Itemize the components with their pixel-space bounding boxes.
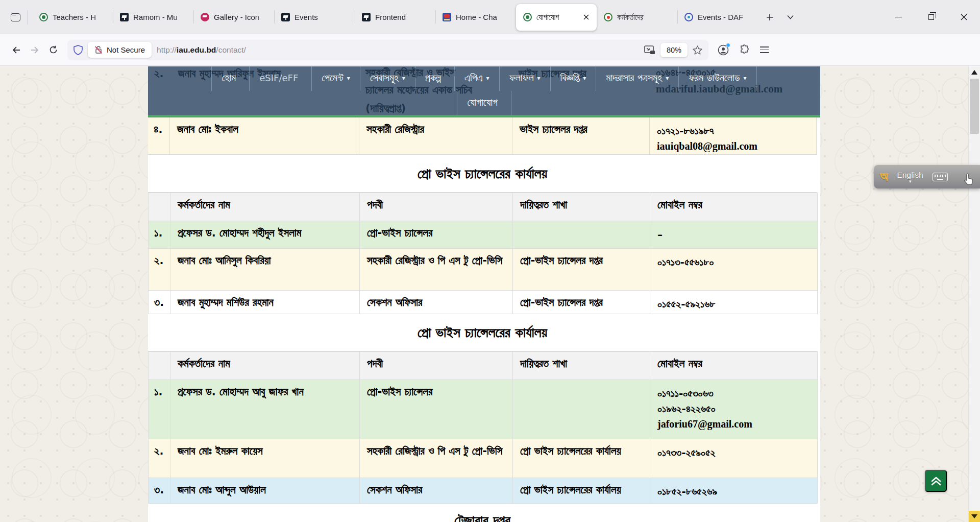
nav-item-payment[interactable]: পেমেন্ট▾ <box>312 66 360 91</box>
university-emblem-green-icon <box>39 13 48 21</box>
contacts-table-2: কর্মকর্তাদের নাম পদবী দায়িত্বরত শাখা মো… <box>148 351 818 504</box>
nav-item-esif[interactable]: eSIF/eFF <box>250 66 312 91</box>
cell-position: প্রো-ভাইস চ্যান্সেলর <box>360 221 513 249</box>
section-heading-band: প্রো ভাইস চ্যান্সেলরের কার্যালয় <box>148 155 817 193</box>
tab-label: Teachers - H <box>53 13 108 21</box>
cell-name: জনাব মুহাম্মদ মশিউর রহমান <box>170 291 360 314</box>
list-all-tabs-button[interactable] <box>781 9 799 26</box>
scroll-to-top-button[interactable] <box>925 470 947 492</box>
cell-serial: ১. <box>149 380 170 439</box>
menu-button[interactable] <box>760 46 769 53</box>
minimize-button[interactable] <box>882 0 915 34</box>
cell-branch <box>513 221 650 249</box>
email-text: iauiqbal08@gmail.com <box>657 138 809 154</box>
cell-mobile: ০১৭৩৩-২৫৯০৫২ <box>650 439 817 478</box>
section-title: ট্রেজারার দপ্তর <box>148 512 817 522</box>
extensions-puzzle-icon[interactable] <box>739 44 750 55</box>
tab-close-icon[interactable] <box>580 12 592 23</box>
email-text: jaforiu67@gmail.com <box>657 416 810 432</box>
vertical-scrollbar[interactable] <box>968 66 980 522</box>
tab-frontend[interactable]: Frontend <box>355 0 435 34</box>
cell-position: সেকশন অফিসার <box>360 291 513 314</box>
college-emblem-multicolor-icon <box>443 13 451 21</box>
restore-icon <box>928 14 934 20</box>
bookmark-star-icon[interactable] <box>693 45 702 55</box>
nav-item-home[interactable]: হোম <box>211 66 250 91</box>
nav-item-projects[interactable]: প্রকল্প <box>415 66 455 91</box>
forward-icon <box>30 46 39 54</box>
nav-item-services[interactable]: সেবাসমূহ▾ <box>360 66 415 91</box>
cell-position: সহকারী রেজিস্ট্রার ও পি এস টু প্রো-ভিসি <box>360 249 513 291</box>
tab-label: যোগাযোগ <box>536 13 576 22</box>
cell-branch: প্রো-ভাইস চ্যান্সেলর দপ্তর <box>513 291 650 314</box>
cell-serial: ২. <box>149 439 170 478</box>
table-row: ২. জনাব মোঃ ইমরুল কায়েস সহকারী রেজিস্ট্… <box>149 439 817 478</box>
tab-ramom[interactable]: Ramom - Mu <box>113 0 193 34</box>
keyboard-icon[interactable] <box>933 173 948 181</box>
column-header-position: পদবী <box>360 352 513 380</box>
chevron-down-icon: ▾ <box>666 75 669 82</box>
firefox-view-button[interactable] <box>5 7 26 28</box>
nav-item-notices[interactable]: বিজ্ঞপ্তি▾ <box>551 66 597 91</box>
language-select[interactable]: English ▾ <box>897 171 923 183</box>
tab-teachers[interactable]: Teachers - H <box>32 0 113 34</box>
cell-name: জনাব মোঃ ইকবাল <box>170 117 359 154</box>
tab-label: Events <box>295 13 350 21</box>
university-emblem-green-icon <box>523 13 532 21</box>
graduation-cap-navy-icon <box>281 13 290 21</box>
security-badge[interactable]: Not Secure <box>88 42 152 58</box>
column-header-position: পদবী <box>360 193 513 221</box>
nav-item-contact[interactable]: যোগাযোগ <box>457 91 511 115</box>
forward-button[interactable] <box>26 41 44 59</box>
double-chevron-up-icon <box>930 476 942 486</box>
section-title: প্রো ভাইস চ্যান্সেলরের কার্যালয় <box>148 314 817 351</box>
graduation-cap-navy-icon <box>120 13 129 21</box>
tab-events[interactable]: Events <box>274 0 355 34</box>
tab-label: Home - Cha <box>456 13 511 21</box>
cell-name: প্রফেসর ড. মোহাম্মদ আবু জাফর খান <box>170 380 360 439</box>
tab-label: Ramom - Mu <box>133 13 188 21</box>
nav-item-madrasah-letters[interactable]: মাদরাসার পত্রসমূহ▾ <box>596 66 679 91</box>
govt-emblem-red-green-icon <box>604 13 612 21</box>
back-button[interactable] <box>7 41 26 59</box>
picture-in-picture-icon[interactable] <box>644 45 655 55</box>
tracking-shield-icon[interactable] <box>74 45 83 55</box>
tab-list: Teachers - H Ramom - Mu Gallery - Icon E… <box>32 0 758 34</box>
reload-icon <box>49 45 58 54</box>
scrollbar-bottom-marker[interactable] <box>969 511 980 522</box>
browser-window: Teachers - H Ramom - Mu Gallery - Icon E… <box>0 0 980 522</box>
cell-branch: প্রো ভাইস চ্যান্সেলরের কার্যালয় <box>513 439 650 478</box>
tab-home-chapainawabganj[interactable]: Home - Cha <box>435 0 516 34</box>
chevron-down-icon: ▾ <box>486 75 489 82</box>
divider <box>28 10 28 25</box>
zoom-level-badge[interactable]: 80% <box>660 43 688 57</box>
cell-mobile: ০১৭১৩-৫৫৬১৮০ <box>650 249 817 291</box>
url-bar[interactable]: Not Secure http://iau.edu.bd/contact/ 80… <box>67 40 708 60</box>
cell-branch: প্রো ভাইস চ্যান্সেলরের কার্যালয় <box>513 478 650 504</box>
hand-cursor-icon <box>962 173 975 187</box>
restore-button[interactable] <box>915 0 947 34</box>
table-row: ২. জনাব মোঃ আনিসুল কিবরিয়া সহকারী রেজিস… <box>149 249 817 291</box>
tab-events-daf[interactable]: Events - DAF <box>677 0 758 34</box>
reload-button[interactable] <box>44 41 62 59</box>
scrollbar-thumb[interactable] <box>970 79 979 134</box>
account-button[interactable] <box>718 44 729 56</box>
table-row: ১. প্রফেসর ড. মোহাম্মদ শহীদুল ইসলাম প্রো… <box>149 221 817 249</box>
cell-name: প্রফেসর ড. মোহাম্মদ শহীদুল ইসলাম <box>170 221 360 249</box>
tab-contact-active[interactable]: যোগাযোগ <box>516 4 597 31</box>
tab-strip: Teachers - H Ramom - Mu Gallery - Icon E… <box>0 0 980 34</box>
nav-item-results[interactable]: ফলাফল▾ <box>500 66 551 91</box>
column-header-name: কর্মকর্তাদের নাম <box>170 352 360 380</box>
tab-gallery[interactable]: Gallery - Icon <box>193 0 274 34</box>
contacts-table-1: কর্মকর্তাদের নাম পদবী দায়িত্বরত শাখা মো… <box>148 193 818 314</box>
cell-serial: ৩. <box>149 478 170 504</box>
new-tab-button[interactable] <box>761 9 778 26</box>
close-button[interactable] <box>947 0 980 34</box>
nav-menu: হোম eSIF/eFF পেমেন্ট▾ সেবাসমূহ▾ প্রকল্প … <box>148 66 820 115</box>
nav-item-apa[interactable]: এপিএ▾ <box>455 66 500 91</box>
tab-officials[interactable]: কর্মকর্তাদের <box>597 0 677 34</box>
scrollbar-up-arrow-icon[interactable] <box>971 70 977 75</box>
nav-item-form-download[interactable]: ফরম ডাউনলোড▾ <box>679 66 756 91</box>
tab-label: Events - DAF <box>698 13 753 21</box>
chevron-down-icon: ▾ <box>744 75 747 82</box>
